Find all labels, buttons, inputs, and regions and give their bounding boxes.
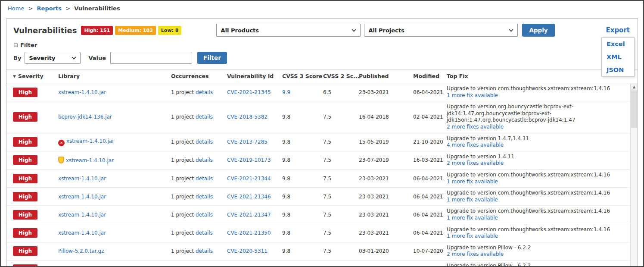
vulnerability-id-link[interactable]: CVE-2021-21346 bbox=[227, 194, 271, 200]
severity-badge: High bbox=[13, 137, 37, 147]
shield-warning-icon bbox=[58, 157, 64, 163]
occurrences-text: 1 project bbox=[171, 139, 194, 145]
apply-button[interactable]: Apply bbox=[522, 24, 554, 37]
details-link[interactable]: details bbox=[196, 157, 213, 163]
published-date: 23-07-2019 bbox=[359, 151, 413, 169]
breadcrumb-reports-link[interactable]: Reports bbox=[37, 5, 62, 12]
details-link[interactable]: details bbox=[196, 89, 213, 95]
column-header-vulnerability-id[interactable]: Vulnerability Id bbox=[227, 69, 282, 83]
export-xml-option[interactable]: XML bbox=[602, 50, 634, 63]
library-link[interactable]: xstream-1.4.10.jar bbox=[66, 138, 114, 144]
details-link[interactable]: details bbox=[196, 139, 213, 145]
library-link[interactable]: Pillow-5.2.0.tar.gz bbox=[58, 248, 104, 254]
details-link[interactable]: details bbox=[196, 194, 213, 200]
scroll-up-arrow-icon[interactable]: ▲ bbox=[631, 83, 638, 91]
vulnerability-id-link[interactable]: CVE-2019-10173 bbox=[227, 157, 271, 163]
projects-dropdown-value: All Projects bbox=[368, 27, 404, 34]
export-link[interactable]: Export bbox=[606, 26, 631, 34]
column-label: Severity bbox=[18, 73, 44, 79]
vulnerability-id-link[interactable]: CVE-2021-21344 bbox=[227, 176, 271, 182]
library-link[interactable]: xstream-1.4.10.jar bbox=[58, 89, 106, 95]
table-row: High xstream-1.4.10.jar 1 project detail… bbox=[6, 188, 630, 206]
more-fixes-link[interactable]: 1 more fix available bbox=[447, 215, 498, 221]
filter-value-input[interactable] bbox=[110, 52, 192, 64]
filter-section-header: ⊟ Filter bbox=[6, 41, 638, 48]
occurrences-text: 1 project bbox=[171, 157, 194, 163]
breadcrumb-current-page: Vulnerabilities bbox=[74, 5, 120, 12]
top-fix-text: Upgrade to version com.thoughtworks.xstr… bbox=[447, 226, 626, 233]
chevron-down-icon bbox=[509, 29, 513, 32]
details-link[interactable]: details bbox=[196, 248, 213, 254]
library-link[interactable]: xstream-1.4.10.jar bbox=[58, 194, 106, 200]
vulnerability-id-link[interactable]: CVE-2020-5311 bbox=[227, 248, 268, 254]
published-date: 23-03-2021 bbox=[359, 206, 413, 224]
scrollbar-thumb[interactable] bbox=[631, 91, 637, 128]
more-fixes-link[interactable]: 1 more fix available bbox=[447, 233, 498, 239]
filter-controls: By Severity Value Filter bbox=[6, 48, 638, 69]
more-fixes-link[interactable]: 2 more fixes available bbox=[447, 251, 504, 257]
cvss3-score-value: 9.8 bbox=[282, 206, 323, 224]
filter-by-dropdown[interactable]: Severity bbox=[25, 52, 81, 64]
products-dropdown-value: All Products bbox=[221, 27, 259, 34]
breadcrumb-separator: > bbox=[28, 5, 33, 12]
collapse-icon[interactable]: ⊟ bbox=[13, 42, 18, 48]
library-link[interactable]: xstream-1.4.10.jar bbox=[66, 157, 114, 163]
vulnerability-id-link[interactable]: CVE-2018-5382 bbox=[227, 114, 268, 120]
table-body: High xstream-1.4.10.jar 1 project detail… bbox=[6, 83, 630, 267]
details-link[interactable]: details bbox=[196, 230, 213, 236]
column-header-library[interactable]: Library bbox=[58, 69, 171, 83]
column-header-cvss2-score[interactable]: CVSS 2 Sc... bbox=[323, 69, 359, 83]
column-header-modified[interactable]: Modified bbox=[413, 69, 447, 83]
export-json-option[interactable]: JSON bbox=[602, 63, 634, 76]
cvss3-score-value: 9.9 bbox=[282, 83, 323, 101]
occurrences-text: 1 project bbox=[171, 212, 194, 218]
vertical-scrollbar[interactable]: ▲ bbox=[630, 83, 638, 267]
more-fixes-link[interactable]: 2 more fixes available bbox=[447, 160, 504, 166]
cvss3-score-value: 9.8 bbox=[282, 242, 323, 260]
column-header-occurrences[interactable]: Occurrences bbox=[171, 69, 227, 83]
details-link[interactable]: details bbox=[196, 212, 213, 218]
cvss2-score-value: 7.5 bbox=[323, 169, 359, 187]
severity-badge: High bbox=[13, 192, 37, 201]
occurrences-text: 1 project bbox=[171, 89, 194, 95]
more-fixes-link[interactable]: 1 more fix available bbox=[447, 92, 498, 98]
library-link[interactable]: xstream-1.4.10.jar bbox=[58, 176, 106, 182]
column-header-severity[interactable]: ▼Severity bbox=[6, 69, 58, 83]
table-container: ▼Severity Library Occurrences Vulnerabil… bbox=[6, 69, 638, 267]
vulnerability-id-link[interactable]: CVE-2021-21347 bbox=[227, 212, 271, 218]
published-date: 03-01-2020 bbox=[359, 242, 413, 260]
top-fix-text: Upgrade to version 1.4.7,1.4.11 bbox=[447, 135, 626, 142]
vulnerabilities-panel: Vulnerabilities High: 151 Medium: 103 Lo… bbox=[6, 18, 638, 266]
details-link[interactable]: details bbox=[196, 176, 213, 182]
column-header-published[interactable]: Published bbox=[359, 69, 413, 83]
column-header-cvss3-score[interactable]: CVSS 3 Score bbox=[282, 69, 323, 83]
filter-button[interactable]: Filter bbox=[197, 52, 227, 64]
chevron-down-icon bbox=[72, 57, 76, 60]
products-dropdown[interactable]: All Products bbox=[216, 24, 361, 37]
vulnerabilities-report-page: { "colors": { "high": "#c8202a", "medium… bbox=[0, 0, 644, 267]
more-fixes-link[interactable]: 4 more fixes available bbox=[447, 142, 504, 148]
top-fix-text: Upgrade to version com.thoughtworks.xstr… bbox=[447, 190, 626, 197]
table-row: High Pillow-5.2.0.tar.gz 1 project detai… bbox=[6, 242, 630, 260]
vulnerability-id-link[interactable]: CVE-2021-21345 bbox=[227, 89, 271, 95]
projects-dropdown[interactable]: All Projects bbox=[364, 24, 518, 37]
published-date: 23-03-2021 bbox=[359, 169, 413, 187]
more-fixes-link[interactable]: 1 more fix available bbox=[447, 197, 498, 203]
more-fixes-link[interactable]: 1 more fix available bbox=[447, 179, 498, 185]
chevron-down-icon bbox=[352, 29, 356, 32]
library-link[interactable]: xstream-1.4.10.jar bbox=[58, 230, 106, 236]
severity-badge: High bbox=[13, 210, 37, 220]
occurrences-text: 1 project bbox=[171, 248, 194, 254]
cvss2-score-value: 7.5 bbox=[323, 188, 359, 206]
cvss3-score-value: 9.8 bbox=[282, 224, 323, 242]
more-fixes-link[interactable]: 2 more fixes available bbox=[447, 124, 504, 130]
library-link[interactable]: bcprov-jdk14-136.jar bbox=[58, 114, 112, 120]
table-row: High ✕xstream-1.4.10.jar 1 project detai… bbox=[6, 133, 630, 151]
library-link[interactable]: xstream-1.4.10.jar bbox=[58, 212, 106, 218]
vulnerability-id-link[interactable]: CVE-2013-7285 bbox=[227, 139, 268, 145]
details-link[interactable]: details bbox=[196, 114, 213, 120]
export-excel-option[interactable]: Excel bbox=[602, 38, 634, 50]
vulnerability-id-link[interactable]: CVE-2021-21350 bbox=[227, 230, 271, 236]
breadcrumb-home-link[interactable]: Home bbox=[8, 5, 24, 12]
cvss3-score-value: 9.8 bbox=[282, 169, 323, 187]
